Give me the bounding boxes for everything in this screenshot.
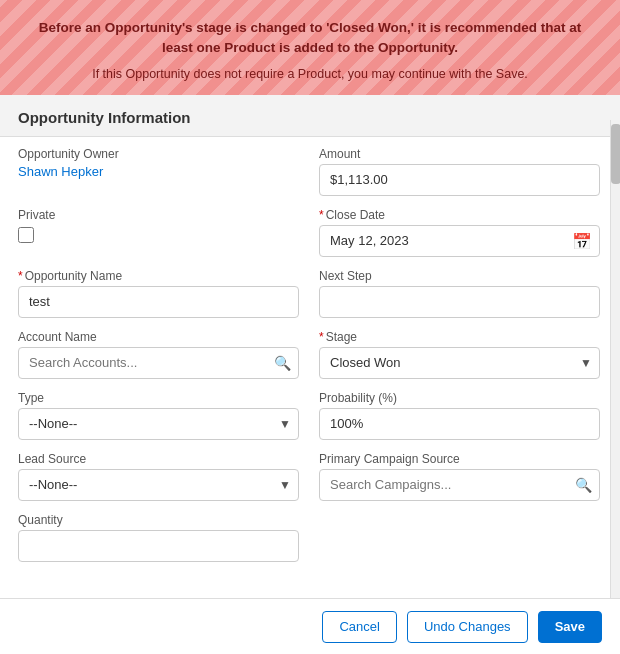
- cancel-button[interactable]: Cancel: [322, 611, 396, 643]
- private-checkbox[interactable]: [18, 227, 34, 243]
- type-select-wrapper: --None-- New Customer ▼: [18, 408, 299, 440]
- opportunity-owner-link[interactable]: Shawn Hepker: [18, 164, 299, 179]
- label-opportunity-name: Opportunity Name: [18, 269, 299, 283]
- label-stage: Stage: [319, 330, 600, 344]
- label-amount: Amount: [319, 147, 600, 161]
- save-button[interactable]: Save: [538, 611, 602, 643]
- campaign-search-wrapper: 🔍: [319, 469, 600, 501]
- row-oppname-nextstep: Opportunity Name Next Step: [18, 269, 600, 318]
- probability-input[interactable]: [319, 408, 600, 440]
- label-opportunity-owner: Opportunity Owner: [18, 147, 299, 161]
- opportunity-name-input[interactable]: [18, 286, 299, 318]
- private-checkbox-area: [18, 227, 299, 243]
- lead-source-select[interactable]: --None-- Web: [18, 469, 299, 501]
- form-container: Opportunity Information Opportunity Owne…: [0, 95, 620, 573]
- label-lead-source: Lead Source: [18, 452, 299, 466]
- row-leadsource-campaign: Lead Source --None-- Web ▼ Primary Campa…: [18, 452, 600, 501]
- next-step-input[interactable]: [319, 286, 600, 318]
- label-account-name: Account Name: [18, 330, 299, 344]
- stage-select[interactable]: Closed Won Prospecting Closed Lost: [319, 347, 600, 379]
- warning-main-text: Before an Opportunity's stage is changed…: [30, 18, 590, 59]
- group-lead-source: Lead Source --None-- Web ▼: [18, 452, 299, 501]
- label-type: Type: [18, 391, 299, 405]
- row-quantity: Quantity: [18, 513, 600, 562]
- form-scroll-area: Opportunity Information Opportunity Owne…: [0, 95, 620, 573]
- label-close-date: Close Date: [319, 208, 600, 222]
- row-accountname-stage: Account Name 🔍 Stage Closed Won Prospect…: [18, 330, 600, 379]
- label-next-step: Next Step: [319, 269, 600, 283]
- group-account-name: Account Name 🔍: [18, 330, 299, 379]
- lead-source-select-wrapper: --None-- Web ▼: [18, 469, 299, 501]
- group-primary-campaign-source: Primary Campaign Source 🔍: [319, 452, 600, 501]
- close-date-wrapper: 📅: [319, 225, 600, 257]
- warning-banner: Before an Opportunity's stage is changed…: [0, 0, 620, 95]
- group-probability: Probability (%): [319, 391, 600, 440]
- label-private: Private: [18, 208, 299, 222]
- group-opportunity-name: Opportunity Name: [18, 269, 299, 318]
- quantity-input[interactable]: [18, 530, 299, 562]
- label-primary-campaign-source: Primary Campaign Source: [319, 452, 600, 466]
- scroll-indicator: [610, 120, 620, 598]
- stage-select-wrapper: Closed Won Prospecting Closed Lost ▼: [319, 347, 600, 379]
- group-opportunity-owner: Opportunity Owner Shawn Hepker: [18, 147, 299, 196]
- footer: Cancel Undo Changes Save: [0, 598, 620, 654]
- account-name-input[interactable]: [18, 347, 299, 379]
- form-fields: Opportunity Owner Shawn Hepker Amount Pr…: [0, 137, 618, 573]
- section-title: Opportunity Information: [0, 95, 618, 137]
- group-stage: Stage Closed Won Prospecting Closed Lost…: [319, 330, 600, 379]
- group-amount: Amount: [319, 147, 600, 196]
- scroll-thumb: [611, 124, 620, 184]
- group-private: Private: [18, 208, 299, 257]
- group-empty: [319, 513, 600, 562]
- campaign-source-input[interactable]: [319, 469, 600, 501]
- row-owner-amount: Opportunity Owner Shawn Hepker Amount: [18, 147, 600, 196]
- warning-sub-text: If this Opportunity does not require a P…: [30, 67, 590, 81]
- account-name-search-wrapper: 🔍: [18, 347, 299, 379]
- close-date-input[interactable]: [319, 225, 600, 257]
- group-quantity: Quantity: [18, 513, 299, 562]
- label-probability: Probability (%): [319, 391, 600, 405]
- row-private-closedate: Private Close Date 📅: [18, 208, 600, 257]
- type-select[interactable]: --None-- New Customer: [18, 408, 299, 440]
- amount-input[interactable]: [319, 164, 600, 196]
- group-next-step: Next Step: [319, 269, 600, 318]
- undo-changes-button[interactable]: Undo Changes: [407, 611, 528, 643]
- row-type-probability: Type --None-- New Customer ▼ Probability…: [18, 391, 600, 440]
- group-close-date: Close Date 📅: [319, 208, 600, 257]
- group-type: Type --None-- New Customer ▼: [18, 391, 299, 440]
- label-quantity: Quantity: [18, 513, 299, 527]
